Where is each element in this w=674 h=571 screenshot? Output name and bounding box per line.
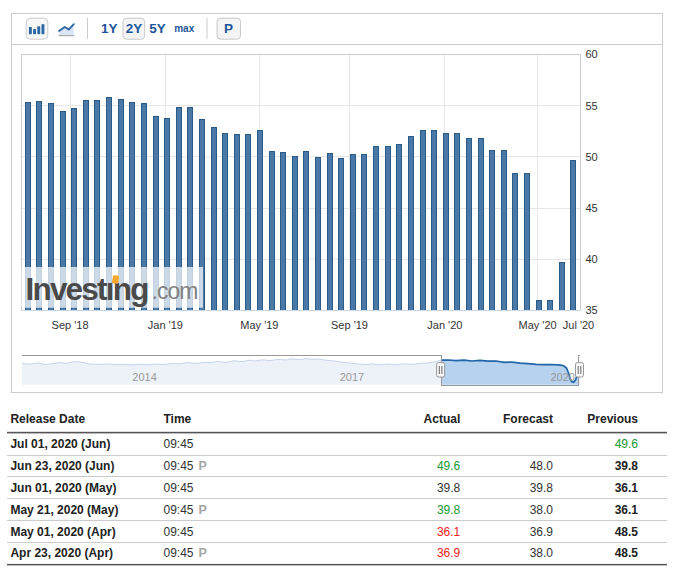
svg-text:39.8: 39.8 xyxy=(530,481,554,495)
svg-text:.com: .com xyxy=(152,278,198,304)
svg-text:May 01, 2020 (Apr): May 01, 2020 (Apr) xyxy=(10,525,115,539)
svg-text:Previous: Previous xyxy=(587,412,638,426)
svg-text:09:45: 09:45 xyxy=(164,546,194,560)
svg-text:09:45: 09:45 xyxy=(164,525,194,539)
svg-text:09:45: 09:45 xyxy=(164,481,194,495)
svg-text:Release Date: Release Date xyxy=(10,412,85,426)
svg-text:P: P xyxy=(199,459,207,473)
svg-text:38.0: 38.0 xyxy=(530,503,554,517)
svg-text:49.6: 49.6 xyxy=(437,459,461,473)
svg-text:P: P xyxy=(199,503,207,517)
svg-text:2017: 2017 xyxy=(340,371,364,383)
svg-text:49.6: 49.6 xyxy=(615,437,639,451)
svg-text:36.1: 36.1 xyxy=(615,481,639,495)
svg-text:38.0: 38.0 xyxy=(530,546,554,560)
svg-text:39.8: 39.8 xyxy=(615,459,639,473)
svg-text:39.8: 39.8 xyxy=(437,481,461,495)
svg-text:48.5: 48.5 xyxy=(615,546,639,560)
svg-text:P: P xyxy=(199,546,207,560)
svg-text:P: P xyxy=(224,21,233,36)
svg-text:May '20: May '20 xyxy=(519,319,557,331)
svg-text:36.1: 36.1 xyxy=(615,503,639,517)
svg-text:2014: 2014 xyxy=(132,371,156,383)
svg-text:48.5: 48.5 xyxy=(615,525,639,539)
svg-text:09:45: 09:45 xyxy=(164,459,194,473)
svg-text:50: 50 xyxy=(586,151,598,163)
svg-text:Sep '19: Sep '19 xyxy=(331,319,368,331)
svg-text:May 21, 2020 (May): May 21, 2020 (May) xyxy=(10,503,118,517)
svg-text:55: 55 xyxy=(586,100,598,112)
svg-text:Actual: Actual xyxy=(424,412,461,426)
svg-text:48.0: 48.0 xyxy=(530,459,554,473)
svg-text:36.9: 36.9 xyxy=(437,546,461,560)
svg-text:35: 35 xyxy=(586,304,598,316)
svg-text:max: max xyxy=(174,23,194,34)
svg-text:Jun 23, 2020 (Jun): Jun 23, 2020 (Jun) xyxy=(10,459,114,473)
svg-text:Jul 01, 2020 (Jun): Jul 01, 2020 (Jun) xyxy=(10,437,110,451)
svg-text:39.8: 39.8 xyxy=(437,503,461,517)
svg-text:Sep '18: Sep '18 xyxy=(52,319,89,331)
svg-text:Apr 23, 2020 (Apr): Apr 23, 2020 (Apr) xyxy=(10,546,113,560)
svg-text:36.9: 36.9 xyxy=(530,525,554,539)
svg-text:Jan '20: Jan '20 xyxy=(427,319,462,331)
svg-text:45: 45 xyxy=(586,202,598,214)
svg-text:2020: 2020 xyxy=(550,371,574,383)
svg-text:Jul '20: Jul '20 xyxy=(563,319,594,331)
svg-text:36.1: 36.1 xyxy=(437,525,461,539)
svg-text:2Y: 2Y xyxy=(126,21,143,36)
svg-text:Time: Time xyxy=(164,412,192,426)
svg-text:Jan '19: Jan '19 xyxy=(148,319,183,331)
svg-text:09:45: 09:45 xyxy=(164,437,194,451)
svg-text:May '19: May '19 xyxy=(240,319,278,331)
svg-text:1Y: 1Y xyxy=(101,21,118,36)
svg-text:5Y: 5Y xyxy=(149,21,166,36)
svg-text:60: 60 xyxy=(586,48,598,60)
svg-text:09:45: 09:45 xyxy=(164,503,194,517)
svg-text:Forecast: Forecast xyxy=(503,412,553,426)
svg-text:40: 40 xyxy=(586,253,598,265)
svg-text:Investıng: Investıng xyxy=(26,271,149,307)
svg-text:Jun 01, 2020 (May): Jun 01, 2020 (May) xyxy=(10,481,116,495)
